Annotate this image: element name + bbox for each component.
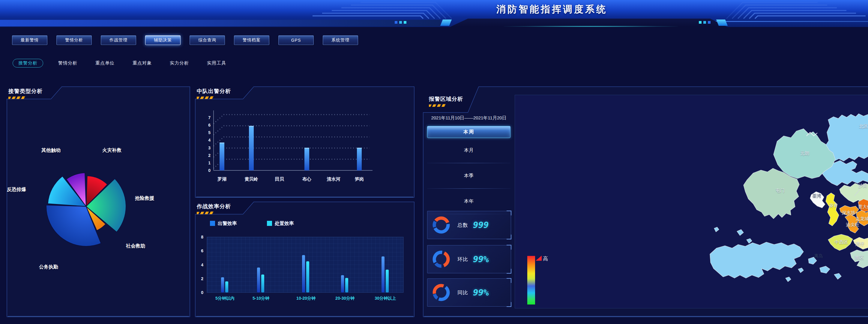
hazard-stripes-icon	[429, 104, 446, 107]
bar-0-2[interactable]	[302, 255, 305, 293]
panel-combat-efficiency-analysis: 作战效率分析 出警效率处置效率024685分钟以内5-10分钟10-20分钟20…	[195, 202, 414, 317]
stat-card-2: 同比99%	[427, 278, 511, 306]
x-axis-label: 30分钟以上	[375, 296, 396, 301]
header-step-line	[313, 16, 423, 19]
header-dots-left	[395, 21, 406, 24]
header: 消防智能指挥调度系统	[0, 0, 868, 27]
gridline	[214, 115, 370, 124]
pie-label-4: 反恐排爆	[7, 186, 26, 193]
period-button-2[interactable]: 本季	[427, 170, 510, 181]
x-axis-label: 罗湖	[217, 176, 226, 181]
main-nav-item-3[interactable]: 辅助决策	[145, 35, 181, 45]
bar-1-3[interactable]	[345, 278, 348, 293]
map-district-label-元朗: 元朗	[800, 151, 809, 156]
legend-label-1: 处置效率	[274, 220, 294, 226]
bar-黄贝岭[interactable]	[249, 126, 254, 170]
y-axis-tick: 1	[208, 160, 211, 165]
bar-0-1[interactable]	[257, 268, 260, 293]
stat-card-1: 环比99%	[427, 245, 511, 273]
sub-nav-item-0[interactable]: 接警分析	[12, 59, 43, 67]
x-axis-label: 5分钟以内	[215, 296, 235, 301]
bar-0-3[interactable]	[341, 275, 344, 293]
stat-value: 99%	[473, 254, 489, 264]
main-nav-item-1[interactable]: 警情分析	[56, 35, 92, 45]
header-step-line	[351, 5, 446, 19]
header-step-line	[732, 5, 827, 19]
panel-alarm-region-analysis: 报警区域分析 2021年11月10日——2021年11月20日 本周本月本季本年…	[423, 86, 868, 317]
y-axis-tick: 5	[208, 130, 211, 135]
panel-title-block: 报警区域分析	[429, 95, 463, 107]
main-nav-item-4[interactable]: 综合查询	[190, 35, 225, 45]
header-glow-line	[504, 26, 678, 27]
map-district-label-中西区: 中西区	[835, 239, 848, 244]
bar-1-2[interactable]	[306, 261, 309, 293]
stat-donut-icon	[432, 283, 451, 302]
sub-nav-item-5[interactable]: 实用工具	[204, 59, 229, 67]
sub-nav-item-1[interactable]: 警情分析	[55, 59, 81, 67]
x-axis-label: 黄贝岭	[245, 176, 258, 181]
main-nav-item-5[interactable]: 警情档案	[234, 35, 269, 45]
bar-1-1[interactable]	[261, 274, 264, 293]
gridline	[214, 126, 370, 135]
pie-label-3: 公务执勤	[39, 264, 58, 270]
map-district-label-南区: 南区	[855, 255, 864, 260]
period-button-0[interactable]: 本周	[427, 126, 510, 138]
bar-罗湖[interactable]	[220, 143, 224, 170]
x-axis-label: 田贝	[275, 176, 284, 181]
stat-label: 环比	[457, 256, 468, 263]
gridline	[214, 159, 370, 168]
map-district-label-九龙城: 九龙城	[856, 216, 868, 221]
map-panel: 北区元朗屯门沙田荃湾葵青深水埗黄大仙九龙城油尖旺中西区湾仔南区离岛	[515, 95, 868, 308]
map-district-label-油尖旺: 油尖旺	[846, 222, 860, 227]
y-axis-tick: 0	[201, 290, 203, 295]
bar-1-4[interactable]	[386, 270, 389, 293]
legend-label-0: 出警效率	[218, 220, 237, 226]
stat-value: 99%	[473, 287, 489, 298]
period-button-1[interactable]: 本月	[427, 145, 510, 156]
dashboard: 消防智能指挥调度系统 最新警情警情分析作战管理辅助决策综合查询警情档案GPS系统…	[0, 0, 868, 324]
x-axis-label: 5-10分钟	[252, 296, 269, 301]
bar-笋岗[interactable]	[357, 148, 362, 170]
map-district-label-黄大仙: 黄大仙	[858, 204, 868, 209]
main-nav-item-7[interactable]: 系统管理	[323, 35, 358, 45]
bar-1-0[interactable]	[225, 282, 228, 293]
stat-label: 同比	[457, 289, 468, 296]
map-district-label-北区: 北区	[859, 124, 868, 129]
sub-nav-item-2[interactable]: 重点单位	[92, 59, 118, 67]
main-nav-item-0[interactable]: 最新警情	[12, 35, 48, 45]
x-axis-label: 清水河	[327, 176, 341, 181]
x-axis-label: 10-20分钟	[296, 296, 315, 301]
panel-squad-dispatch-analysis: 中队出警分析 01234567罗湖黄贝岭田贝布心清水河笋岗	[195, 86, 414, 198]
main-nav-item-6[interactable]: GPS	[278, 35, 314, 45]
map-legend-high-label: 高	[543, 255, 548, 262]
stat-value: 999	[473, 220, 489, 230]
legend-swatch-0[interactable]	[210, 221, 215, 226]
map-district-label-葵青: 葵青	[829, 203, 838, 208]
legend-swatch-1[interactable]	[267, 221, 272, 226]
y-axis-tick: 6	[208, 123, 211, 127]
map-district-label-屯门: 屯门	[776, 188, 785, 193]
date-range-label: 2021年11月10日——2021年11月20日	[427, 115, 510, 121]
y-axis-tick: 8	[201, 235, 203, 239]
y-axis-tick: 0	[208, 168, 211, 173]
bar-0-0[interactable]	[221, 277, 224, 293]
pie-label-0: 火灾补救	[102, 147, 121, 154]
header-step-line	[332, 10, 435, 19]
period-button-3[interactable]: 本年	[427, 196, 510, 207]
pie-label-5: 其他触动	[41, 147, 61, 154]
map-district-葵青[interactable]	[826, 193, 839, 226]
pie-label-1: 抢险救援	[135, 195, 154, 202]
bar-布心[interactable]	[304, 148, 309, 170]
sub-nav-item-3[interactable]: 重点对象	[130, 59, 155, 67]
bar-0-4[interactable]	[381, 257, 384, 293]
header-step-line	[744, 10, 846, 19]
sub-nav: 接警分析警情分析重点单位重点对象实力分析实用工具	[12, 59, 229, 67]
y-axis-tick: 2	[208, 153, 211, 158]
y-axis-tick: 7	[208, 115, 211, 120]
header-step-line	[755, 16, 866, 19]
stat-label: 总数	[457, 222, 468, 229]
header-accent-left	[440, 20, 452, 26]
efficiency-bar-chart: 出警效率处置效率024685分钟以内5-10分钟10-20分钟20-30分钟30…	[195, 202, 414, 317]
main-nav-item-2[interactable]: 作战管理	[101, 35, 136, 45]
sub-nav-item-4[interactable]: 实力分析	[167, 59, 192, 67]
